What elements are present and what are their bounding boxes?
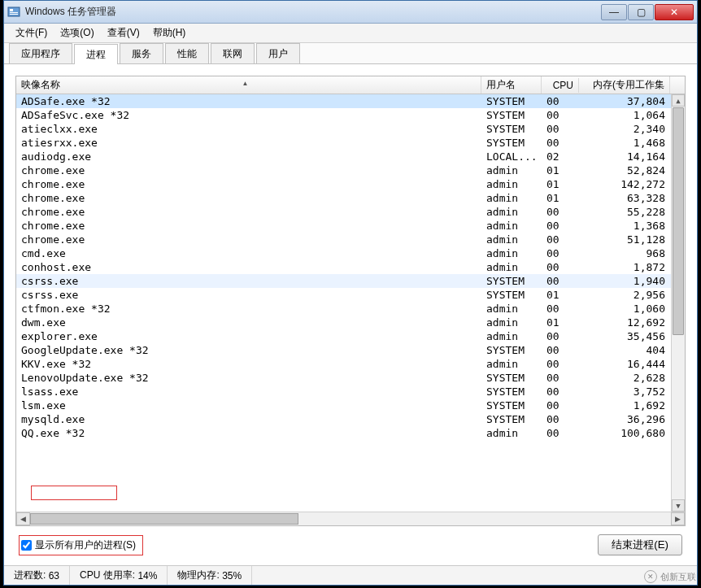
cell-image-name: QQ.exe *32 xyxy=(16,427,481,439)
close-button[interactable]: ✕ xyxy=(655,4,694,20)
cell-user: admin xyxy=(481,247,542,259)
cell-user: SYSTEM xyxy=(481,344,542,356)
cell-memory: 1,064 xyxy=(579,109,670,121)
cell-image-name: csrss.exe xyxy=(16,275,481,287)
horizontal-scroll-thumb[interactable] xyxy=(30,513,298,525)
cell-cpu: 00 xyxy=(542,372,579,384)
status-process-count: 进程数: 63 xyxy=(4,566,70,585)
table-row[interactable]: lsass.exeSYSTEM003,752 xyxy=(16,385,685,399)
status-count-label: 进程数: xyxy=(14,568,46,582)
table-row[interactable]: chrome.exeadmin01142,272 xyxy=(16,177,685,191)
tabs: 应用程序 进程 服务 性能 联网 用户 xyxy=(4,43,697,64)
end-process-button[interactable]: 结束进程(E) xyxy=(598,534,682,555)
cell-image-name: mysqld.exe xyxy=(16,413,481,425)
horizontal-scrollbar[interactable]: ◀ ▶ xyxy=(16,512,685,525)
col-header-image-name-label: 映像名称 xyxy=(21,79,60,90)
cell-image-name: atiesrxx.exe xyxy=(16,137,481,149)
scroll-right-arrow-icon[interactable]: ▶ xyxy=(671,512,685,525)
minimize-button[interactable]: — xyxy=(601,4,627,20)
cell-cpu: 00 xyxy=(542,233,579,246)
cell-user: SYSTEM xyxy=(481,95,542,107)
maximize-button[interactable]: ▢ xyxy=(628,4,654,20)
cell-user: admin xyxy=(481,261,542,273)
show-all-users-checkbox[interactable] xyxy=(21,540,32,551)
cell-memory: 16,444 xyxy=(579,358,670,370)
vertical-scroll-thumb[interactable] xyxy=(673,107,684,335)
scroll-up-arrow-icon[interactable]: ▲ xyxy=(672,94,685,107)
tab-services[interactable]: 服务 xyxy=(120,43,163,63)
table-row[interactable]: mysqld.exeSYSTEM0036,296 xyxy=(16,412,685,426)
tab-processes[interactable]: 进程 xyxy=(74,44,118,64)
table-row[interactable]: ADSafe.exe *32SYSTEM0037,804 xyxy=(16,94,685,108)
table-row[interactable]: chrome.exeadmin0163,328 xyxy=(16,191,685,205)
table-row[interactable]: conhost.exeadmin001,872 xyxy=(16,260,685,274)
scroll-left-arrow-icon[interactable]: ◀ xyxy=(16,512,30,525)
tab-performance[interactable]: 性能 xyxy=(165,43,209,63)
cell-image-name: dwm.exe xyxy=(16,316,481,329)
col-header-user[interactable]: 用户名 xyxy=(481,76,542,94)
table-row[interactable]: LenovoUpdate.exe *32SYSTEM002,628 xyxy=(16,371,685,385)
table-row[interactable]: dwm.exeadmin0112,692 xyxy=(16,316,685,329)
menu-file[interactable]: 文件(F) xyxy=(9,24,54,42)
table-row[interactable]: ADSafeSvc.exe *32SYSTEM001,064 xyxy=(16,108,685,122)
menu-help[interactable]: 帮助(H) xyxy=(146,24,193,42)
cell-image-name: chrome.exe xyxy=(16,206,481,218)
tab-networking[interactable]: 联网 xyxy=(211,43,255,63)
table-row[interactable]: csrss.exeSYSTEM012,956 xyxy=(16,288,685,302)
col-header-memory[interactable]: 内存(专用工作集 xyxy=(579,76,670,94)
table-row[interactable]: GoogleUpdate.exe *32SYSTEM00404 xyxy=(16,343,685,357)
table-row[interactable]: explorer.exeadmin0035,456 xyxy=(16,329,685,343)
cell-image-name: ctfmon.exe *32 xyxy=(16,303,481,315)
cell-image-name: chrome.exe xyxy=(16,220,481,232)
menu-view[interactable]: 查看(V) xyxy=(101,24,146,42)
process-table: 映像名称 ▲ 用户名 CPU 内存(专用工作集 ADSafe.exe *32SY… xyxy=(15,76,686,526)
cell-user: admin xyxy=(481,316,542,329)
table-row[interactable]: audiodg.exeLOCAL...0214,164 xyxy=(16,150,685,163)
window-buttons: — ▢ ✕ xyxy=(600,4,694,20)
table-row[interactable]: ctfmon.exe *32admin001,060 xyxy=(16,302,685,316)
cell-memory: 63,328 xyxy=(579,192,670,204)
table-row[interactable]: KKV.exe *32admin0016,444 xyxy=(16,357,685,371)
table-body: ADSafe.exe *32SYSTEM0037,804ADSafeSvc.ex… xyxy=(16,94,685,512)
svg-rect-1 xyxy=(10,9,13,11)
table-row[interactable]: atiesrxx.exeSYSTEM001,468 xyxy=(16,136,685,150)
table-row[interactable]: chrome.exeadmin001,368 xyxy=(16,219,685,233)
table-row[interactable]: csrss.exeSYSTEM001,940 xyxy=(16,274,685,288)
cell-user: admin xyxy=(481,164,542,176)
tab-users[interactable]: 用户 xyxy=(256,43,300,63)
cell-memory: 14,164 xyxy=(579,150,670,163)
cell-image-name: explorer.exe xyxy=(16,330,481,342)
watermark: ✕ 创新互联 xyxy=(644,570,696,583)
table-row[interactable]: chrome.exeadmin0055,228 xyxy=(16,205,685,219)
titlebar[interactable]: Windows 任务管理器 — ▢ ✕ xyxy=(4,1,697,24)
svg-rect-0 xyxy=(8,7,20,16)
table-row[interactable]: QQ.exe *32admin00100,680 xyxy=(16,426,685,440)
show-all-users-checkbox-wrap[interactable]: 显示所有用户的进程(S) xyxy=(19,535,143,555)
cell-image-name: chrome.exe xyxy=(16,178,481,190)
cell-memory: 2,340 xyxy=(579,123,670,135)
cell-user: admin xyxy=(481,206,542,218)
cell-cpu: 00 xyxy=(542,358,579,370)
vertical-scrollbar[interactable]: ▲ ▼ xyxy=(671,94,685,512)
col-header-image-name[interactable]: 映像名称 ▲ xyxy=(16,76,481,94)
cell-image-name: ADSafe.exe *32 xyxy=(16,95,481,107)
cell-cpu: 00 xyxy=(542,206,579,218)
col-header-cpu[interactable]: CPU xyxy=(542,78,579,93)
menu-options[interactable]: 选项(O) xyxy=(54,24,100,42)
table-row[interactable]: lsm.exeSYSTEM001,692 xyxy=(16,399,685,412)
cell-user: admin xyxy=(481,427,542,439)
cell-cpu: 00 xyxy=(542,109,579,121)
table-row[interactable]: chrome.exeadmin0152,824 xyxy=(16,163,685,177)
table-row[interactable]: chrome.exeadmin0051,128 xyxy=(16,233,685,246)
tab-applications[interactable]: 应用程序 xyxy=(9,43,72,63)
cell-user: SYSTEM xyxy=(481,109,542,121)
horizontal-scroll-track[interactable] xyxy=(30,512,671,525)
cell-cpu: 02 xyxy=(542,150,579,163)
cell-cpu: 01 xyxy=(542,178,579,190)
table-row[interactable]: cmd.exeadmin00968 xyxy=(16,246,685,260)
cell-user: admin xyxy=(481,220,542,232)
table-row[interactable]: atieclxx.exeSYSTEM002,340 xyxy=(16,122,685,136)
cell-cpu: 00 xyxy=(542,220,579,232)
cell-memory: 37,804 xyxy=(579,95,670,107)
scroll-down-arrow-icon[interactable]: ▼ xyxy=(672,499,685,512)
